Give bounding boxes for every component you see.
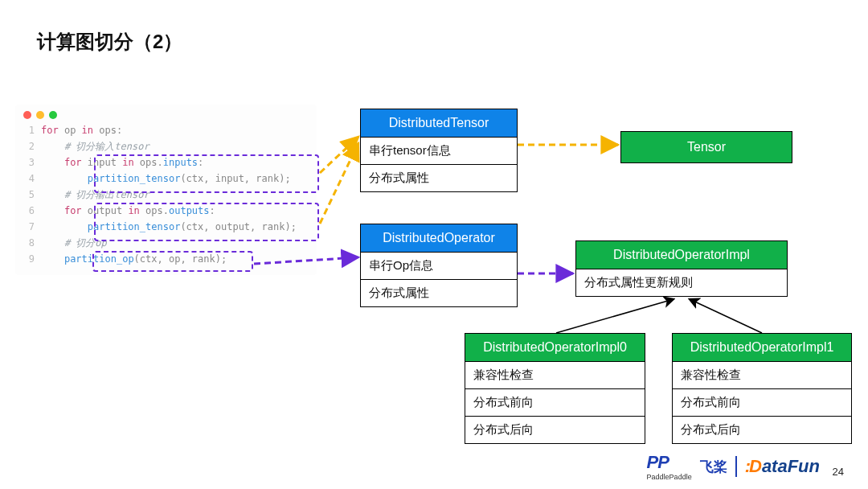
box-header: DistributedOperator — [361, 224, 517, 252]
paddle-logo: PP PaddlePaddle — [647, 452, 692, 481]
box-header: DistributedTensor — [361, 109, 517, 137]
feijiang-text: 飞桨 — [700, 458, 727, 476]
box-row: 分布式属性 — [361, 164, 517, 191]
box-impl1: DistributedOperatorImpl1 兼容性检查 分布式前向 分布式… — [672, 333, 852, 444]
box-row: 分布式后向 — [465, 416, 645, 443]
box-distributed-operator-impl: DistributedOperatorImpl 分布式属性更新规则 — [575, 240, 788, 297]
box-tensor: Tensor — [620, 131, 792, 163]
box-impl0: DistributedOperatorImpl0 兼容性检查 分布式前向 分布式… — [465, 333, 645, 444]
box-distributed-operator: DistributedOperator 串行Op信息 分布式属性 — [360, 224, 518, 307]
svg-line-6 — [690, 299, 762, 333]
datafun-logo: :DataFun — [745, 456, 820, 477]
box-header: DistributedOperatorImpl — [576, 241, 787, 269]
zoom-icon — [49, 111, 57, 119]
box-row: 分布式属性更新规则 — [576, 269, 787, 296]
box-row: 兼容性检查 — [465, 361, 645, 388]
box-row: 兼容性检查 — [673, 361, 851, 388]
box-row: 分布式属性 — [361, 279, 517, 306]
window-traffic-lights — [15, 105, 317, 122]
page-number: 24 — [833, 466, 844, 478]
code-panel: 1for op in ops: 2 # 切分输入tensor 3 for inp… — [15, 105, 317, 275]
box-distributed-tensor: DistributedTensor 串行tensor信息 分布式属性 — [360, 109, 518, 192]
svg-line-1 — [320, 143, 358, 224]
box-header: DistributedOperatorImpl0 — [465, 334, 645, 361]
box-row: 分布式前向 — [465, 388, 645, 416]
box-row: 串行Op信息 — [361, 252, 517, 279]
svg-line-0 — [320, 137, 358, 173]
close-icon — [23, 111, 31, 119]
box-header: Tensor — [621, 132, 792, 162]
footer-logos: PP PaddlePaddle 飞桨 :DataFun — [647, 452, 820, 481]
slide-title: 计算图切分（2） — [37, 29, 182, 55]
box-row: 分布式前向 — [673, 388, 851, 416]
box-row: 分布式后向 — [673, 416, 851, 443]
minimize-icon — [36, 111, 44, 119]
code-body: 1for op in ops: 2 # 切分输入tensor 3 for inp… — [15, 122, 317, 275]
box-row: 串行tensor信息 — [361, 137, 517, 164]
logo-divider — [735, 456, 737, 477]
svg-line-5 — [556, 299, 674, 333]
box-header: DistributedOperatorImpl1 — [673, 334, 851, 361]
